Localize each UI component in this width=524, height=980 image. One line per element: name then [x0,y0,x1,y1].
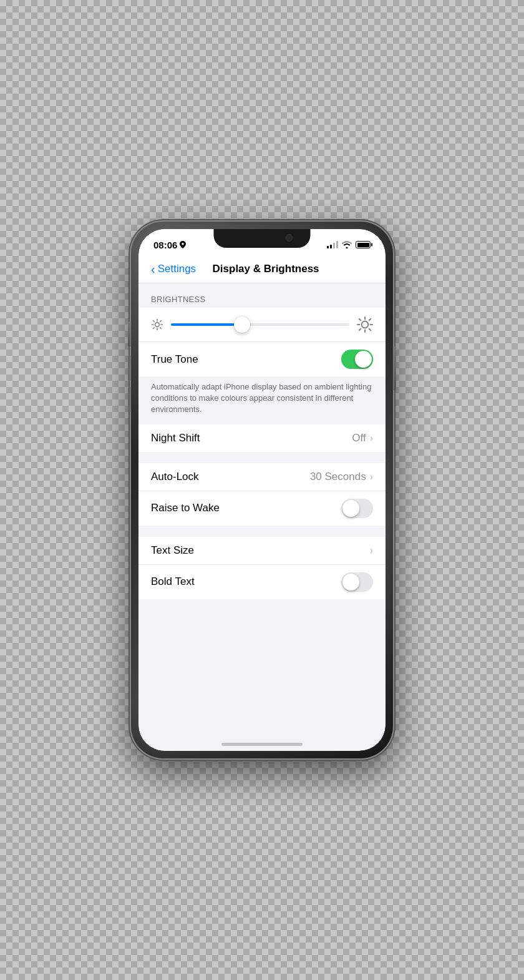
lock-group: Auto-Lock 30 Seconds › Raise to Wake [138,463,386,526]
auto-lock-right: 30 Seconds › [310,471,373,483]
true-tone-label: True Tone [151,353,198,366]
toggle-thumb-3 [342,574,359,590]
separator-1 [138,452,386,463]
status-time: 08:06 [153,240,186,250]
raise-to-wake-toggle[interactable] [341,499,373,518]
svg-point-0 [155,323,160,327]
svg-line-16 [369,319,371,320]
svg-line-5 [153,321,155,322]
phone-screen: 08:06 [138,229,386,751]
sun-small-icon [151,318,163,331]
auto-lock-label: Auto-Lock [151,471,199,483]
true-tone-row: True Tone [138,342,386,376]
night-shift-value: Off [352,432,366,444]
text-size-label: Text Size [151,544,194,557]
true-tone-toggle[interactable] [341,350,373,369]
brightness-section-header: BRIGHTNESS [138,283,386,308]
separator-2 [138,526,386,537]
phone-screen-border: 08:06 [138,229,386,751]
night-shift-row[interactable]: Night Shift Off › [138,424,386,452]
night-shift-group: Night Shift Off › [138,424,386,452]
home-indicator [221,743,303,746]
brightness-slider-row [138,308,386,342]
auto-lock-value: 30 Seconds [310,471,366,483]
auto-lock-chevron-icon: › [370,471,373,483]
auto-lock-row[interactable]: Auto-Lock 30 Seconds › [138,463,386,491]
battery-icon [356,241,371,248]
time-display: 08:06 [153,240,177,250]
signal-bars [327,241,338,248]
nav-bar: ‹ Settings Display & Brightness [138,257,386,283]
slider-thumb[interactable] [234,316,250,333]
back-chevron-icon: ‹ [151,263,155,275]
status-icons [327,241,371,248]
svg-point-9 [362,321,369,328]
brightness-group: True Tone [138,308,386,376]
raise-to-wake-label: Raise to Wake [151,502,220,514]
bold-text-row: Bold Text [138,565,386,599]
bold-text-toggle[interactable] [341,572,373,592]
notch [214,229,311,248]
text-size-chevron-icon: › [370,545,373,556]
wifi-icon [342,241,352,248]
slider-fill [171,323,242,326]
raise-to-wake-row: Raise to Wake [138,491,386,526]
svg-line-15 [369,329,371,330]
settings-content: BRIGHTNESS [138,283,386,743]
bottom-spacer [138,610,386,660]
svg-line-8 [153,328,155,329]
text-size-right: › [370,545,373,556]
phone-shell: 08:06 [131,222,393,758]
night-shift-label: Night Shift [151,432,200,444]
toggle-thumb [355,351,372,368]
brightness-slider[interactable] [171,323,349,326]
sun-large-icon [357,316,373,333]
night-shift-chevron-icon: › [370,433,373,444]
bold-text-label: Bold Text [151,576,195,588]
night-shift-right: Off › [352,432,373,444]
phone-device: 08:06 [131,222,393,758]
page-title: Display & Brightness [158,263,373,275]
svg-line-6 [160,328,162,329]
text-group: Text Size › Bold Text [138,537,386,599]
svg-line-17 [359,329,361,330]
svg-line-14 [359,319,361,320]
location-icon [180,241,186,248]
toggle-thumb-2 [342,500,359,517]
separator-3 [138,599,386,610]
text-size-row[interactable]: Text Size › [138,537,386,565]
svg-line-7 [160,321,162,322]
true-tone-description: Automatically adapt iPhone display based… [138,376,386,424]
